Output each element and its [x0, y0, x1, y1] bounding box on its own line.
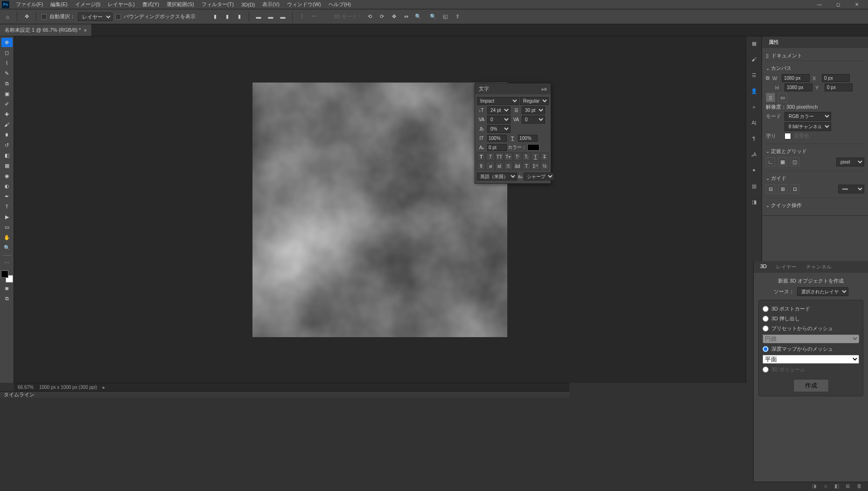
ordinal-button[interactable]: 1ˢᵗ — [531, 162, 539, 170]
gradients-panel-icon[interactable]: ◨ — [749, 197, 759, 207]
width-input[interactable] — [782, 74, 810, 82]
kerning-input[interactable]: 0 — [487, 116, 511, 124]
color-panel-icon[interactable]: ▦ — [749, 38, 759, 48]
menu-file[interactable]: ファイル(F) — [12, 0, 47, 9]
window-minimize-button[interactable]: — — [810, 1, 829, 8]
tab-channels[interactable]: チャンネル — [801, 262, 836, 272]
crop-tool[interactable]: ⧉ — [1, 79, 13, 88]
orientation-portrait-icon[interactable]: ▯ — [766, 93, 775, 102]
guide-color-dropdown[interactable]: ━━ — [838, 185, 864, 194]
adjustments-panel-icon[interactable]: ☰ — [749, 70, 759, 80]
share-icon[interactable]: ⇪ — [453, 12, 462, 21]
ligature-button[interactable]: fi — [477, 162, 485, 170]
menu-edit[interactable]: 編集(E) — [47, 0, 71, 9]
vertical-scale-input[interactable] — [487, 135, 507, 142]
screen-mode-icon[interactable]: ⧉ — [1, 294, 13, 303]
text-color-swatch[interactable] — [527, 144, 539, 151]
clone-stamp-tool[interactable]: ⧯ — [1, 130, 13, 139]
hand-tool[interactable]: ✋ — [1, 233, 13, 242]
lasso-tool[interactable]: ⌇ — [1, 58, 13, 68]
light-icon[interactable]: ☼ — [823, 483, 831, 491]
eyedropper-tool[interactable]: ✐ — [1, 99, 13, 109]
italic-button[interactable]: T — [486, 152, 494, 161]
oldstyle-button[interactable]: ād — [513, 162, 522, 170]
search-icon[interactable]: 🔍 — [428, 12, 438, 21]
quick-mask-icon[interactable]: ◙ — [1, 284, 13, 293]
strikethrough-button[interactable]: T — [540, 152, 549, 161]
ruler-icon[interactable]: ∟ — [766, 157, 775, 166]
brush-tool[interactable]: 🖌 — [1, 120, 13, 129]
tab-layers[interactable]: レイヤー — [771, 262, 801, 272]
eraser-tool[interactable]: ◧ — [1, 151, 13, 160]
link-wh-icon[interactable]: ⧉ — [766, 75, 770, 81]
move-tool[interactable]: ✥ — [1, 38, 13, 47]
font-size-input[interactable]: 24 pt — [487, 106, 511, 114]
menu-filter[interactable]: フィルター(T) — [198, 0, 238, 9]
brushes-panel-icon[interactable]: 🖌 — [749, 54, 759, 64]
align-bottom-icon[interactable]: ▬ — [278, 12, 287, 21]
menu-type[interactable]: 書式(Y) — [139, 0, 163, 9]
horizontal-scale-input[interactable] — [518, 135, 538, 142]
align-center-h-icon[interactable]: ▮ — [223, 12, 232, 21]
guide-both-icon[interactable]: ⊡ — [790, 184, 799, 194]
libraries-panel-icon[interactable]: 👤 — [749, 86, 759, 96]
trash-icon[interactable]: 🗑 — [857, 483, 864, 491]
edit-toolbar-icon[interactable]: ⋯ — [1, 258, 13, 268]
swash-button[interactable]: ℛ — [504, 162, 512, 170]
new-icon[interactable]: ⊞ — [846, 483, 853, 491]
menu-view[interactable]: 表示(V) — [259, 0, 283, 9]
fraction-button[interactable]: ½ — [540, 162, 549, 170]
leading-input[interactable]: 30 pt — [522, 106, 545, 114]
auto-select-dropdown[interactable]: レイヤー — [78, 13, 112, 21]
menu-help[interactable]: ヘルプ(H) — [325, 0, 355, 9]
gradient-tool[interactable]: ▦ — [1, 161, 13, 170]
zoom-level[interactable]: 66.67% — [18, 385, 34, 390]
grid-icon[interactable]: ▦ — [778, 157, 787, 166]
tab-3d[interactable]: 3D — [756, 262, 771, 272]
panel-menu-icon[interactable]: ≡ — [544, 86, 547, 92]
align-left-icon[interactable]: ▮ — [210, 12, 220, 21]
bold-button[interactable]: T — [477, 152, 485, 161]
superscript-button[interactable]: Tⁱ — [513, 152, 522, 161]
radio-3d-extrusion[interactable] — [763, 316, 769, 322]
radio-3d-depthmap[interactable] — [763, 346, 769, 352]
ruler-unit-dropdown[interactable]: pixel — [836, 158, 864, 166]
radio-3d-preset-mesh[interactable] — [763, 325, 769, 332]
allcaps-button[interactable]: TT — [495, 152, 504, 161]
home-icon[interactable]: ⌂ — [3, 12, 12, 21]
create-3d-button[interactable]: 作成 — [793, 379, 829, 392]
titling-button[interactable]: T — [522, 162, 531, 170]
quick-actions-header[interactable]: クイック操作 — [766, 201, 864, 210]
align-middle-icon[interactable]: ▬ — [266, 12, 275, 21]
font-family-dropdown[interactable]: Impact — [477, 97, 519, 105]
canvas-section-header[interactable]: カンバス — [766, 64, 864, 73]
depthmap-dropdown[interactable]: 平面 — [763, 355, 859, 364]
fill-swatch[interactable] — [784, 133, 791, 139]
baseline-input[interactable] — [487, 144, 507, 151]
swatches-panel-icon[interactable]: ▥ — [749, 181, 759, 191]
path-select-tool[interactable]: ▶ — [1, 212, 13, 221]
dodge-tool[interactable]: ◐ — [1, 181, 13, 191]
auto-select-checkbox[interactable] — [41, 14, 47, 20]
font-style-dropdown[interactable]: Regular — [520, 97, 549, 105]
workspace-switcher-icon[interactable]: ◱ — [441, 12, 450, 21]
properties-tab[interactable]: 属性 — [766, 38, 782, 47]
blur-tool[interactable]: ◉ — [1, 171, 13, 180]
menu-window[interactable]: ウィンドウ(W) — [283, 0, 325, 9]
pen-tool[interactable]: ✒ — [1, 192, 13, 201]
language-dropdown[interactable]: 英語（米国） — [477, 173, 517, 180]
paragraph-panel-icon[interactable]: ¶ — [749, 133, 759, 144]
orientation-landscape-icon[interactable]: ▭ — [778, 93, 787, 102]
color-mode-dropdown[interactable]: RGB カラー — [784, 112, 831, 121]
quick-select-tool[interactable]: ✎ — [1, 69, 13, 78]
radio-3d-volume[interactable] — [763, 367, 769, 373]
alternate-button[interactable]: ơ — [486, 162, 494, 170]
timeline-panel[interactable]: タイムライン — [0, 391, 569, 398]
history-brush-tool[interactable]: ↺ — [1, 140, 13, 150]
glyphs-panel-icon[interactable]: ₐA — [749, 149, 759, 159]
subscript-button[interactable]: Tᵢ — [522, 152, 531, 161]
guides-icon[interactable]: ◫ — [790, 157, 799, 166]
frame-tool[interactable]: ▣ — [1, 89, 13, 98]
document-canvas[interactable] — [252, 83, 507, 337]
expand-panel-icon[interactable]: » — [749, 102, 759, 112]
